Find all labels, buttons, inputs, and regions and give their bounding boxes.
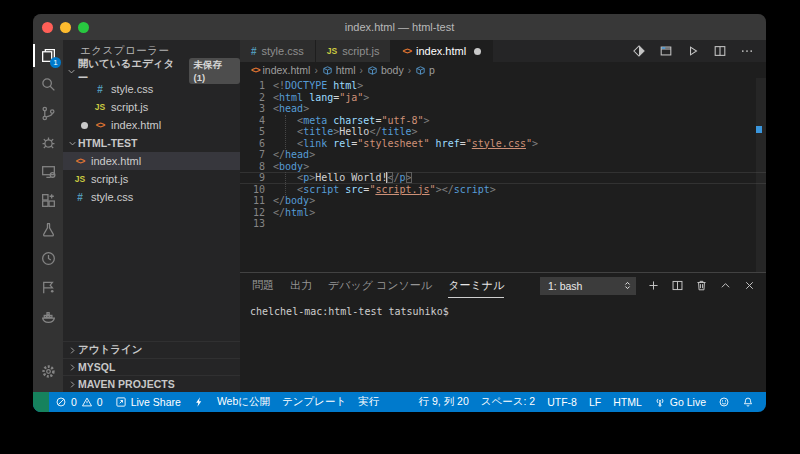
close-window-button[interactable] <box>42 22 53 33</box>
status-cursor-position[interactable]: 行 9, 列 20 <box>413 392 475 412</box>
editor-scrollbar[interactable] <box>756 78 766 272</box>
breadcrumb-item-index.html[interactable]: <>index.html <box>251 64 310 76</box>
activity-item-source-control[interactable] <box>33 99 63 128</box>
tab-style.css[interactable]: #style.css <box>240 40 316 62</box>
activity-item-search[interactable] <box>33 70 63 99</box>
tab-script.js[interactable]: JSscript.js <box>316 40 392 62</box>
breadcrumb[interactable]: <>index.html›html›body›p <box>240 62 766 78</box>
breadcrumb-item-body[interactable]: body <box>367 64 404 76</box>
zoom-window-button[interactable] <box>78 22 89 33</box>
chevron-right-icon <box>66 346 78 355</box>
code-line-9[interactable]: 9 <p>Hello World!</p> <box>240 172 766 184</box>
code-line-2[interactable]: 2<html lang="ja"> <box>240 92 766 104</box>
code-line-4[interactable]: 4 <meta charset="utf-8"> <box>240 115 766 127</box>
open-editors-section-header[interactable]: 開いているエディター 未保存 (1) <box>63 62 240 80</box>
minimize-window-button[interactable] <box>60 22 71 33</box>
bolt-icon <box>193 396 205 408</box>
chevron-down-icon <box>66 139 78 148</box>
status-run-task[interactable]: 実行 <box>352 392 385 412</box>
problems-indicator[interactable]: 00 <box>49 392 109 412</box>
remote-indicator[interactable] <box>33 392 49 412</box>
status-template[interactable]: テンプレート <box>276 392 352 412</box>
open-changes-icon <box>632 44 646 58</box>
terminal-select[interactable]: 1: bash <box>540 277 636 295</box>
activity-item-remote-explorer[interactable] <box>33 157 63 186</box>
status-bolt[interactable] <box>187 392 211 412</box>
activity-item-explorer[interactable]: 1 <box>33 41 63 70</box>
breadcrumb-item-p[interactable]: p <box>415 64 435 76</box>
panel-tab-問題[interactable]: 問題 <box>252 273 274 298</box>
status-go-live[interactable]: Go Live <box>648 392 712 412</box>
code-editor[interactable]: 1<!DOCTYPE html>2<html lang="ja">3<head>… <box>240 78 766 272</box>
status-eol[interactable]: LF <box>583 392 607 412</box>
open-editor-style.css[interactable]: #style.css <box>63 80 240 98</box>
code-line-8[interactable]: 8<body> <box>240 161 766 173</box>
open-editor-index.html[interactable]: <>index.html <box>63 116 240 134</box>
file-index.html[interactable]: <>index.html <box>63 152 240 170</box>
status-live-share[interactable]: Live Share <box>109 392 187 412</box>
line-number: 6 <box>240 138 273 150</box>
code-line-13[interactable]: 13 <box>240 218 766 230</box>
open-in-browser-button[interactable] <box>659 44 673 58</box>
file-name: style.css <box>91 191 133 203</box>
line-number: 1 <box>240 80 273 92</box>
code-line-1[interactable]: 1<!DOCTYPE html> <box>240 80 766 92</box>
code-line-5[interactable]: 5 <title>Hello</title> <box>240 126 766 138</box>
sidebar-section-アウトライン[interactable]: アウトライン <box>63 341 240 358</box>
sidebar-section-MAVEN PROJECTS[interactable]: MAVEN PROJECTS <box>63 375 240 392</box>
panel-controls: 1: bash <box>540 277 756 295</box>
split-terminal-button[interactable] <box>671 279 684 292</box>
panel-tab-デバッグ コンソール[interactable]: デバッグ コンソール <box>328 273 432 298</box>
screen: index.html — html-test 1 エクスプローラー 開いているエ… <box>0 0 800 454</box>
panel-tab-出力[interactable]: 出力 <box>290 273 312 298</box>
line-number: 7 <box>240 149 273 161</box>
file-script.js[interactable]: JSscript.js <box>63 170 240 188</box>
status-feedback[interactable] <box>712 392 736 412</box>
activity-item-docker[interactable] <box>33 302 63 331</box>
activity-item-debug[interactable] <box>33 128 63 157</box>
status-label: Webに公開 <box>217 395 270 409</box>
breadcrumb-separator: › <box>407 65 412 76</box>
file-name: script.js <box>111 101 148 113</box>
more-actions-button[interactable] <box>740 44 754 58</box>
code-line-11[interactable]: 11</body> <box>240 195 766 207</box>
status-indentation[interactable]: スペース: 2 <box>475 392 541 412</box>
code-line-7[interactable]: 7</head> <box>240 149 766 161</box>
activity-item-extensions[interactable] <box>33 186 63 215</box>
status-language-mode[interactable]: HTML <box>607 392 648 412</box>
breadcrumb-item-html[interactable]: html <box>322 64 356 76</box>
activity-item-test-flask[interactable] <box>33 215 63 244</box>
split-editor-button[interactable] <box>713 44 727 58</box>
flag-extension-icon <box>40 279 57 296</box>
open-editors-list: #style.cssJSscript.js<>index.html <box>63 80 240 134</box>
activity-item-time-tracker[interactable] <box>33 244 63 273</box>
terminal-output[interactable]: chelchel-mac:html-test tatsuhiko$ <box>240 298 766 392</box>
status-encoding[interactable]: UTF-8 <box>541 392 583 412</box>
activity-item-settings-gear[interactable] <box>33 357 63 386</box>
new-terminal-button[interactable] <box>647 279 660 292</box>
sidebar-section-MYSQL[interactable]: MYSQL <box>63 358 240 375</box>
status-notifications[interactable] <box>736 392 760 412</box>
code-line-3[interactable]: 3<head> <box>240 103 766 115</box>
editor-tab-bar: #style.cssJSscript.js<>index.html <box>240 40 766 62</box>
open-editor-script.js[interactable]: JSscript.js <box>63 98 240 116</box>
project-section-header[interactable]: HTML-TEST <box>63 134 240 152</box>
activity-item-flag-extension[interactable] <box>33 273 63 302</box>
file-style.css[interactable]: #style.css <box>63 188 240 206</box>
maximize-panel-button[interactable] <box>719 279 732 292</box>
code-line-6[interactable]: 6 <link rel="stylesheet" href="style.css… <box>240 138 766 150</box>
panel-tab-ターミナル[interactable]: ターミナル <box>448 273 504 298</box>
kill-terminal-button[interactable] <box>695 279 708 292</box>
open-changes-button[interactable] <box>632 44 646 58</box>
chevron-right-icon <box>66 363 78 372</box>
open-in-browser-icon <box>659 44 673 58</box>
line-number: 3 <box>240 103 273 115</box>
run-icon <box>686 44 700 58</box>
run-button[interactable] <box>686 44 700 58</box>
status-publish-web[interactable]: Webに公開 <box>211 392 276 412</box>
close-panel-button[interactable] <box>743 279 756 292</box>
title-bar[interactable]: index.html — html-test <box>33 14 766 40</box>
code-line-10[interactable]: 10 <script src="script.js"></script> <box>240 184 766 196</box>
code-line-12[interactable]: 12</html> <box>240 207 766 219</box>
tab-index.html[interactable]: <>index.html <box>391 40 493 62</box>
